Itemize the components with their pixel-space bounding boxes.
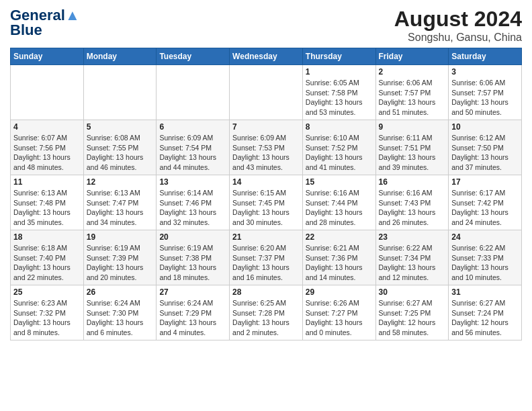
day-number: 30 (379, 287, 446, 297)
day-cell: 18Sunrise: 6:18 AM Sunset: 7:40 PM Dayli… (11, 230, 84, 285)
day-number: 13 (159, 177, 226, 187)
logo: General▲ Blue (10, 7, 80, 39)
day-number: 20 (159, 232, 226, 242)
day-number: 10 (451, 122, 519, 132)
day-number: 16 (379, 177, 446, 187)
day-info: Sunrise: 6:13 AM Sunset: 7:48 PM Dayligh… (13, 188, 81, 228)
day-cell (157, 65, 230, 120)
day-number: 22 (306, 232, 373, 242)
title-area: August 2024 Songshu, Gansu, China (394, 7, 522, 44)
day-cell: 28Sunrise: 6:25 AM Sunset: 7:28 PM Dayli… (230, 285, 303, 340)
day-info: Sunrise: 6:13 AM Sunset: 7:47 PM Dayligh… (87, 188, 154, 228)
day-cell: 6Sunrise: 6:09 AM Sunset: 7:54 PM Daylig… (157, 120, 230, 175)
day-cell: 20Sunrise: 6:19 AM Sunset: 7:38 PM Dayli… (157, 230, 230, 285)
day-number: 24 (451, 232, 519, 242)
day-cell: 4Sunrise: 6:07 AM Sunset: 7:56 PM Daylig… (11, 120, 84, 175)
day-cell: 8Sunrise: 6:10 AM Sunset: 7:52 PM Daylig… (302, 120, 375, 175)
day-info: Sunrise: 6:27 AM Sunset: 7:25 PM Dayligh… (379, 298, 446, 338)
day-cell: 21Sunrise: 6:20 AM Sunset: 7:37 PM Dayli… (230, 230, 303, 285)
day-cell: 19Sunrise: 6:19 AM Sunset: 7:39 PM Dayli… (83, 230, 157, 285)
day-cell: 31Sunrise: 6:27 AM Sunset: 7:24 PM Dayli… (449, 285, 522, 340)
day-cell: 14Sunrise: 6:15 AM Sunset: 7:45 PM Dayli… (230, 175, 303, 230)
day-info: Sunrise: 6:20 AM Sunset: 7:37 PM Dayligh… (232, 243, 300, 283)
week-row-5: 25Sunrise: 6:23 AM Sunset: 7:32 PM Dayli… (11, 285, 522, 340)
day-cell: 10Sunrise: 6:12 AM Sunset: 7:50 PM Dayli… (449, 120, 522, 175)
day-cell (83, 65, 157, 120)
day-cell: 27Sunrise: 6:24 AM Sunset: 7:29 PM Dayli… (157, 285, 230, 340)
day-cell: 7Sunrise: 6:09 AM Sunset: 7:53 PM Daylig… (230, 120, 303, 175)
day-cell: 9Sunrise: 6:11 AM Sunset: 7:51 PM Daylig… (375, 120, 449, 175)
day-number: 15 (306, 177, 373, 187)
day-number: 21 (232, 232, 300, 242)
day-number: 25 (13, 287, 81, 297)
col-sunday: Sunday (11, 48, 84, 65)
day-cell: 12Sunrise: 6:13 AM Sunset: 7:47 PM Dayli… (83, 175, 157, 230)
day-info: Sunrise: 6:19 AM Sunset: 7:39 PM Dayligh… (87, 243, 154, 283)
day-info: Sunrise: 6:06 AM Sunset: 7:57 PM Dayligh… (451, 78, 519, 118)
day-info: Sunrise: 6:14 AM Sunset: 7:46 PM Dayligh… (159, 188, 226, 228)
day-number: 28 (232, 287, 300, 297)
day-info: Sunrise: 6:18 AM Sunset: 7:40 PM Dayligh… (13, 243, 81, 283)
day-info: Sunrise: 6:22 AM Sunset: 7:33 PM Dayligh… (451, 243, 519, 283)
day-info: Sunrise: 6:19 AM Sunset: 7:38 PM Dayligh… (159, 243, 226, 283)
day-number: 29 (306, 287, 373, 297)
day-info: Sunrise: 6:11 AM Sunset: 7:51 PM Dayligh… (379, 133, 446, 173)
header: General▲ Blue August 2024 Songshu, Gansu… (10, 7, 522, 44)
day-info: Sunrise: 6:25 AM Sunset: 7:28 PM Dayligh… (232, 298, 300, 338)
day-number: 27 (159, 287, 226, 297)
week-row-3: 11Sunrise: 6:13 AM Sunset: 7:48 PM Dayli… (11, 175, 522, 230)
day-cell: 3Sunrise: 6:06 AM Sunset: 7:57 PM Daylig… (449, 65, 522, 120)
day-info: Sunrise: 6:07 AM Sunset: 7:56 PM Dayligh… (13, 133, 81, 173)
col-wednesday: Wednesday (230, 48, 303, 65)
day-number: 31 (451, 287, 519, 297)
col-monday: Monday (83, 48, 157, 65)
day-cell (230, 65, 303, 120)
day-info: Sunrise: 6:22 AM Sunset: 7:34 PM Dayligh… (379, 243, 446, 283)
week-row-2: 4Sunrise: 6:07 AM Sunset: 7:56 PM Daylig… (11, 120, 522, 175)
day-cell: 11Sunrise: 6:13 AM Sunset: 7:48 PM Dayli… (11, 175, 84, 230)
day-number: 1 (306, 67, 373, 77)
col-friday: Friday (375, 48, 449, 65)
day-number: 8 (306, 122, 373, 132)
day-cell: 22Sunrise: 6:21 AM Sunset: 7:36 PM Dayli… (302, 230, 375, 285)
day-cell: 15Sunrise: 6:16 AM Sunset: 7:44 PM Dayli… (302, 175, 375, 230)
calendar-table: Sunday Monday Tuesday Wednesday Thursday… (10, 48, 522, 340)
calendar-subtitle: Songshu, Gansu, China (394, 32, 522, 44)
day-info: Sunrise: 6:09 AM Sunset: 7:54 PM Dayligh… (159, 133, 226, 173)
day-number: 2 (379, 67, 446, 77)
day-number: 5 (87, 122, 154, 132)
day-number: 14 (232, 177, 300, 187)
day-cell: 2Sunrise: 6:06 AM Sunset: 7:57 PM Daylig… (375, 65, 449, 120)
col-saturday: Saturday (449, 48, 522, 65)
page: General▲ Blue August 2024 Songshu, Gansu… (0, 0, 532, 411)
day-info: Sunrise: 6:05 AM Sunset: 7:58 PM Dayligh… (306, 78, 373, 118)
day-info: Sunrise: 6:17 AM Sunset: 7:42 PM Dayligh… (451, 188, 519, 228)
day-number: 12 (87, 177, 154, 187)
day-cell: 25Sunrise: 6:23 AM Sunset: 7:32 PM Dayli… (11, 285, 84, 340)
day-cell: 23Sunrise: 6:22 AM Sunset: 7:34 PM Dayli… (375, 230, 449, 285)
day-number: 17 (451, 177, 519, 187)
day-info: Sunrise: 6:27 AM Sunset: 7:24 PM Dayligh… (451, 298, 519, 338)
day-info: Sunrise: 6:24 AM Sunset: 7:30 PM Dayligh… (87, 298, 154, 338)
day-number: 9 (379, 122, 446, 132)
day-cell: 30Sunrise: 6:27 AM Sunset: 7:25 PM Dayli… (375, 285, 449, 340)
logo-blue: Blue (10, 21, 42, 39)
day-cell: 13Sunrise: 6:14 AM Sunset: 7:46 PM Dayli… (157, 175, 230, 230)
day-number: 11 (13, 177, 81, 187)
day-number: 19 (87, 232, 154, 242)
day-number: 6 (159, 122, 226, 132)
day-cell: 1Sunrise: 6:05 AM Sunset: 7:58 PM Daylig… (302, 65, 375, 120)
calendar-header-row: Sunday Monday Tuesday Wednesday Thursday… (11, 48, 522, 65)
day-info: Sunrise: 6:16 AM Sunset: 7:44 PM Dayligh… (306, 188, 373, 228)
day-info: Sunrise: 6:24 AM Sunset: 7:29 PM Dayligh… (159, 298, 226, 338)
day-cell: 26Sunrise: 6:24 AM Sunset: 7:30 PM Dayli… (83, 285, 157, 340)
day-number: 3 (451, 67, 519, 77)
day-info: Sunrise: 6:10 AM Sunset: 7:52 PM Dayligh… (306, 133, 373, 173)
day-info: Sunrise: 6:23 AM Sunset: 7:32 PM Dayligh… (13, 298, 81, 338)
day-info: Sunrise: 6:08 AM Sunset: 7:55 PM Dayligh… (87, 133, 154, 173)
day-info: Sunrise: 6:09 AM Sunset: 7:53 PM Dayligh… (232, 133, 300, 173)
week-row-1: 1Sunrise: 6:05 AM Sunset: 7:58 PM Daylig… (11, 65, 522, 120)
day-info: Sunrise: 6:16 AM Sunset: 7:43 PM Dayligh… (379, 188, 446, 228)
day-number: 7 (232, 122, 300, 132)
day-info: Sunrise: 6:12 AM Sunset: 7:50 PM Dayligh… (451, 133, 519, 173)
